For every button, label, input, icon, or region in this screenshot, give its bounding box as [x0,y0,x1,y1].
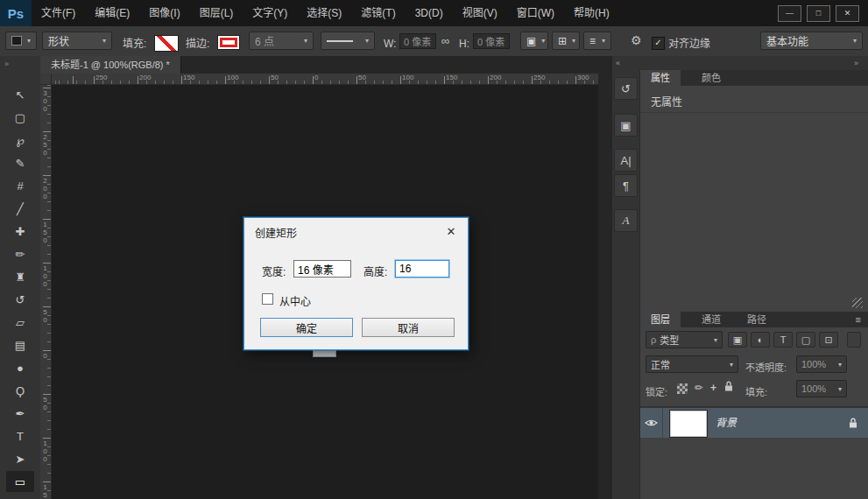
tools-collapse-icon[interactable]: » [4,60,9,68]
dialog-close-icon[interactable]: ✕ [443,223,459,239]
layer-filter-kind-dropdown[interactable]: ρ 类型 ▾ [646,331,723,348]
tab-channels[interactable]: 通道 [691,312,731,327]
lock-transparency-icon[interactable] [677,383,688,394]
ruler-label: 0 [41,352,49,360]
type-tool[interactable]: T [6,425,34,446]
tab-color[interactable]: 颜色 [691,70,731,86]
history-brush-tool[interactable]: ↺ [6,289,34,310]
lasso-icon: ℘ [16,134,24,147]
tab-properties[interactable]: 属性 [640,70,681,86]
filter-shape-icon[interactable]: ▢ [796,332,815,348]
ruler-label: 50 [41,396,49,411]
width-input[interactable] [293,260,351,278]
collapse-panels-icon[interactable]: » [854,59,858,67]
shape-height-field[interactable] [473,33,510,49]
blur-tool[interactable]: ● [6,357,34,378]
maximize-button[interactable]: □ [807,5,830,22]
filter-pixel-icon[interactable]: ▣ [728,332,747,348]
chevron-down-icon: ▾ [833,385,842,393]
height-input[interactable] [395,260,449,278]
menu-image[interactable]: 图像(I) [139,0,189,26]
photoshop-logo: Ps [0,0,32,26]
menu-layer[interactable]: 图层(L) [190,0,243,26]
lasso-tool[interactable]: ℘ [6,130,34,151]
character-panel-icon[interactable]: A| [614,149,638,172]
gradient-tool[interactable]: ▤ [6,334,34,355]
tool-preset-picker[interactable]: ▾ [5,32,37,50]
shape-mode-dropdown[interactable]: 形状 ▾ [42,32,112,50]
rectangular-marquee-tool[interactable]: ▢ [6,107,34,128]
pen-tool[interactable]: ✒ [6,403,34,424]
clone-source-glyph: ▣ [620,119,631,132]
menu-3d[interactable]: 3D(D) [406,0,453,26]
ruler-label: 150 [41,483,49,499]
close-button[interactable]: ✕ [836,5,859,22]
dodge-tool[interactable]: Ϙ [6,380,34,401]
stroke-style-dropdown[interactable]: ▾ [321,32,375,50]
history-panel-icon[interactable]: ↺ [614,77,638,100]
layer-row-background[interactable]: 背景 [640,408,868,438]
fill-swatch[interactable] [154,35,179,52]
spot-healing-brush-tool[interactable]: ✚ [6,221,34,242]
from-center-checkbox[interactable] [262,293,273,305]
path-alignment-button[interactable]: ⊞ ▾ [552,32,580,50]
crop-tool[interactable]: # [6,175,34,196]
eraser-tool[interactable]: ▱ [6,312,34,333]
rectangle-tool[interactable]: ▭ [6,471,34,492]
path-operations-button[interactable]: ▣ ▾ [520,32,548,50]
minimize-button[interactable]: — [778,5,801,22]
menu-help[interactable]: 帮助(H) [564,0,619,26]
workspace-switcher[interactable]: 基本功能 ▾ [760,32,863,50]
ok-button[interactable]: 确定 [260,318,353,337]
lock-image-icon[interactable]: ✏ [695,382,703,394]
cancel-button[interactable]: 取消 [362,318,455,337]
gear-icon[interactable]: ⚙ [631,33,642,47]
character-styles-panel-icon[interactable]: A [614,209,638,232]
panel-resize-grip[interactable] [852,298,863,308]
tab-paths[interactable]: 路径 [737,312,777,327]
quick-selection-tool[interactable]: ✎ [6,152,34,173]
path-selection-tool[interactable]: ➤ [6,448,34,469]
lock-position-icon[interactable]: + [710,382,716,394]
expand-panels-icon[interactable]: « [616,59,620,67]
eyedropper-tool[interactable]: ╱ [6,198,34,219]
menu-filter[interactable]: 滤镜(T) [351,0,405,26]
shape-width-field[interactable] [399,33,436,49]
menu-window[interactable]: 窗口(W) [507,0,564,26]
menu-edit[interactable]: 编辑(E) [85,0,139,26]
document-canvas-edge [313,350,336,357]
filter-type-icon[interactable]: T [773,332,793,348]
filter-smart-object-icon[interactable]: ⊡ [819,332,838,348]
document-tab[interactable]: 未标题-1 @ 100%(RGB/8) * [40,56,181,74]
brush-tool[interactable]: ✏ [6,243,34,264]
clone-source-panel-icon[interactable]: ▣ [614,114,638,137]
layer-thumbnail[interactable] [670,411,707,437]
stroke-width-combo[interactable]: 6 点 ▾ [249,32,314,50]
lock-all-icon[interactable] [724,381,733,394]
move-tool[interactable]: ↖ [6,84,34,105]
menu-select[interactable]: 选择(S) [297,0,351,26]
menu-view[interactable]: 视图(V) [453,0,507,26]
eye-icon [645,418,658,427]
path-arrange-button[interactable]: ≡ ▾ [583,32,611,50]
menu-file[interactable]: 文件(F) [32,0,85,26]
tab-layers[interactable]: 图层 [640,312,681,327]
fill-opacity-combo[interactable]: 100% ▾ [796,380,847,397]
panel-menu-icon[interactable]: ≡ [856,314,861,325]
shape-height-label: H: [459,36,469,52]
blend-mode-dropdown[interactable]: 正常 ▾ [646,355,738,373]
layer-visibility-toggle[interactable] [640,408,663,438]
move-tool-icon: ↖ [16,88,25,102]
menu-type[interactable]: 文字(Y) [243,0,297,26]
filter-toggle-button[interactable] [847,332,861,348]
type-glyph: T [780,334,787,345]
opacity-combo[interactable]: 100% ▾ [796,355,847,373]
stroke-swatch[interactable] [217,35,240,50]
canvas-scroll-gutter [598,56,612,499]
filter-adjustment-icon[interactable]: ◐ [751,332,770,348]
ruler-label: 250 [95,74,107,81]
align-edges-checkbox[interactable]: ✓ [652,37,665,50]
clone-stamp-tool[interactable]: ♜ [6,266,34,287]
link-dimensions-icon[interactable]: ∞ [441,34,449,47]
paragraph-panel-icon[interactable]: ¶ [614,174,638,197]
